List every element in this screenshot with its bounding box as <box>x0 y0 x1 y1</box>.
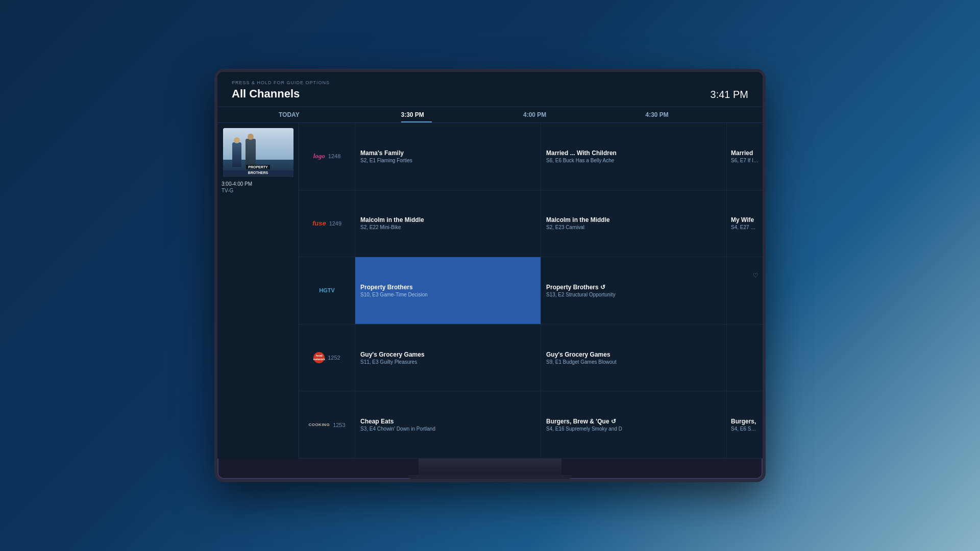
time-slot-today: TODAY <box>274 107 396 122</box>
show-art-label: PROPERTY BROTHERS <box>223 161 293 175</box>
program-cell-partial[interactable]: Married S6, E7 If I G <box>727 123 763 190</box>
programs-fuse: Malcolm in the Middle S2, E22 Mini-Bike … <box>355 190 763 257</box>
guide-header: PRESS & HOLD FOR GUIDE OPTIONS All Chann… <box>217 72 763 107</box>
channel-row-food: foodnetwork 1252 Guy's Grocery Games S11… <box>299 324 763 392</box>
show-thumbnail: PROPERTY BROTHERS <box>223 128 293 177</box>
program-cell[interactable]: Malcolm in the Middle S2, E23 Carnival <box>541 190 727 257</box>
program-cell[interactable]: Malcolm in the Middle S2, E22 Mini-Bike <box>355 190 541 257</box>
cooking-logo-icon: COOKING <box>308 422 330 427</box>
tv-frame: PRESS & HOLD FOR GUIDE OPTIONS All Chann… <box>214 69 766 482</box>
channel-id-food[interactable]: foodnetwork 1252 <box>299 324 355 391</box>
program-cell-active[interactable]: Property Brothers S10, E3 Game-Time Deci… <box>355 257 541 324</box>
channel-id-hgtv[interactable]: HGTV ♡ <box>299 257 355 324</box>
program-cell-partial[interactable]: Burgers, S4, E6 Swee <box>727 391 763 458</box>
program-cell[interactable]: Guy's Grocery Games S9, E1 Budget Games … <box>541 324 727 391</box>
thumbnail-panel: PROPERTY BROTHERS 3:00-4:00 PM TV-G <box>217 123 299 459</box>
timeline-spacer <box>217 107 274 122</box>
channel-id-logo[interactable]: logo 1248 <box>299 123 355 190</box>
time-slot-400: 4:00 PM <box>518 107 641 122</box>
program-cell[interactable]: Mama's Family S2, E1 Flaming Forties <box>355 123 541 190</box>
program-cell[interactable]: Guy's Grocery Games S11, E3 Guilty Pleas… <box>355 324 541 391</box>
channel-num-1252: 1252 <box>328 355 340 361</box>
logo-logo-icon: logo <box>313 152 325 160</box>
program-cell[interactable]: Married ... With Children S6, E6 Buck Ha… <box>541 123 727 190</box>
show-meta: 3:00-4:00 PM TV-G <box>217 177 299 193</box>
guide-title: All Channels <box>232 87 330 101</box>
hgtv-logo-icon: HGTV <box>319 287 335 293</box>
food-logo-icon: foodnetwork <box>313 352 325 363</box>
time-slot-330: 3:30 PM <box>396 107 519 122</box>
guide-content: PROPERTY BROTHERS 3:00-4:00 PM TV-G <box>217 123 763 459</box>
channel-row-fuse: fuse 1249 Malcolm in the Middle S2, E22 … <box>299 190 763 258</box>
channel-row-cooking: COOKING 1253 Cheap Eats S3, E4 Chowin' D… <box>299 391 763 459</box>
program-cell-partial <box>727 257 763 324</box>
channel-num-1253: 1253 <box>333 422 345 428</box>
program-cell[interactable]: Cheap Eats S3, E4 Chowin' Down in Portla… <box>355 391 541 458</box>
channels-grid: logo 1248 Mama's Family S2, E1 Flaming F… <box>299 123 763 459</box>
program-cell-partial[interactable]: My Wife S4, E27 Har <box>727 190 763 257</box>
tv-stand <box>419 459 561 479</box>
program-cell-partial <box>727 324 763 391</box>
current-time: 3:41 PM <box>710 89 748 101</box>
channel-row-hgtv: HGTV ♡ Property Brothers S10, E3 Game-Ti… <box>299 257 763 324</box>
programs-cooking: Cheap Eats S3, E4 Chowin' Down in Portla… <box>355 391 763 458</box>
program-cell[interactable]: Burgers, Brew & 'Que ↺ S4, E16 Supremely… <box>541 391 727 458</box>
time-slots: TODAY 3:30 PM 4:00 PM 4:30 PM <box>274 107 763 122</box>
channel-id-cooking[interactable]: COOKING 1253 <box>299 391 355 458</box>
fuse-logo-icon: fuse <box>312 219 326 227</box>
show-rating: TV-G <box>222 188 295 193</box>
programs-food: Guy's Grocery Games S11, E3 Guilty Pleas… <box>355 324 763 391</box>
programs-hgtv: Property Brothers S10, E3 Game-Time Deci… <box>355 257 763 324</box>
guide-title-block: PRESS & HOLD FOR GUIDE OPTIONS All Chann… <box>232 80 330 101</box>
program-cell[interactable]: Property Brothers ↺ S13, E2 Structural O… <box>541 257 727 324</box>
time-slot-430: 4:30 PM <box>641 107 763 122</box>
programs-logo: Mama's Family S2, E1 Flaming Forties Mar… <box>355 123 763 190</box>
channel-row-logo: logo 1248 Mama's Family S2, E1 Flaming F… <box>299 123 763 190</box>
channel-id-fuse[interactable]: fuse 1249 <box>299 190 355 257</box>
favorite-icon[interactable]: ♡ <box>753 272 758 279</box>
timeline-row: TODAY 3:30 PM 4:00 PM 4:30 PM <box>217 107 763 123</box>
channel-num-1248: 1248 <box>328 153 340 159</box>
tv-screen: PRESS & HOLD FOR GUIDE OPTIONS All Chann… <box>217 72 763 459</box>
guide-hint: PRESS & HOLD FOR GUIDE OPTIONS <box>232 80 330 85</box>
channel-num-1249: 1249 <box>329 220 341 227</box>
show-time: 3:00-4:00 PM <box>222 181 295 187</box>
